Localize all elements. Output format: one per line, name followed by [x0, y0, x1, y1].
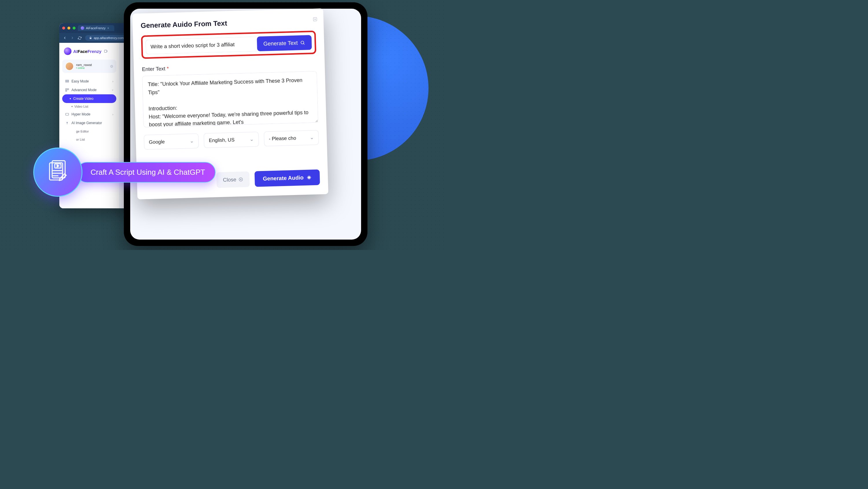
browser-tab[interactable]: AiFaceFrenzy × — [78, 25, 114, 31]
tab-close-icon[interactable]: × — [107, 26, 109, 30]
logo-orb-icon — [64, 48, 71, 55]
prompt-input[interactable] — [146, 36, 257, 54]
nav-video-list[interactable]: Video List — [62, 103, 116, 110]
prompt-highlight-box: Generate Text — [141, 31, 316, 59]
bullet-icon — [70, 98, 71, 99]
nav-hyper-mode[interactable]: Hyper Mode › — [62, 110, 116, 119]
hyper-icon — [65, 112, 69, 116]
tab-favicon — [81, 26, 84, 30]
tab-title: AiFaceFrenzy — [86, 26, 105, 30]
svg-rect-0 — [104, 50, 106, 52]
logo-text: AIFaceFrenzy — [73, 49, 101, 54]
modal-close-button[interactable] — [312, 17, 318, 23]
modal-title: Generate Auido From Text — [141, 17, 316, 30]
svg-rect-5 — [66, 91, 67, 91]
nav-back-icon[interactable] — [63, 36, 67, 40]
traffic-light-max[interactable] — [73, 27, 75, 30]
chevron-down-icon: ⌄ — [190, 138, 194, 144]
reload-icon[interactable] — [78, 36, 82, 40]
avatar — [65, 62, 74, 70]
svg-rect-2 — [66, 82, 69, 82]
script-document-icon — [45, 159, 71, 185]
easy-icon — [65, 79, 69, 83]
nav-image-editor[interactable]: ge Editor — [62, 127, 116, 135]
svg-rect-1 — [66, 80, 69, 81]
svg-rect-4 — [67, 89, 69, 90]
svg-rect-3 — [66, 89, 67, 90]
close-button[interactable]: Close — [216, 171, 250, 188]
promo-badge: Craft A Script Using AI & ChatGPT — [33, 148, 216, 197]
svg-point-10 — [301, 41, 304, 44]
language-select[interactable]: English, US ⌄ — [204, 132, 259, 148]
close-icon — [239, 177, 243, 182]
chevron-down-icon: ⌄ — [250, 136, 254, 142]
wand-icon — [65, 121, 69, 125]
user-status: • online — [76, 66, 107, 69]
nav-forward-icon[interactable] — [70, 36, 74, 40]
advanced-icon — [65, 88, 69, 92]
user-card[interactable]: ram_rawat • online ⚙ — [62, 60, 116, 73]
nav-create-video[interactable]: Create Video — [62, 94, 116, 103]
collapse-icon[interactable] — [104, 49, 108, 53]
badge-label: Craft A Script Using AI & ChatGPT — [77, 162, 216, 183]
gear-icon[interactable]: ⚙ — [110, 64, 114, 68]
provider-select[interactable]: Google ⌄ — [144, 133, 199, 150]
search-icon — [300, 40, 305, 45]
traffic-light-close[interactable] — [62, 27, 65, 30]
script-textarea[interactable] — [142, 71, 318, 128]
chevron-down-icon: ⌄ — [310, 134, 314, 141]
bullet-icon — [71, 106, 73, 107]
svg-rect-6 — [66, 114, 69, 116]
traffic-light-min[interactable] — [67, 27, 70, 30]
app-logo[interactable]: AIFaceFrenzy — [62, 46, 116, 60]
generate-text-button[interactable]: Generate Text — [257, 35, 312, 51]
badge-circle — [33, 148, 83, 197]
user-name: ram_rawat — [76, 63, 107, 66]
voice-select[interactable]: - Please cho ⌄ — [264, 130, 319, 146]
enter-text-label: Enter Text * — [142, 62, 316, 73]
close-icon — [312, 17, 318, 22]
chevron-right-icon: › — [112, 113, 114, 116]
sparkle-icon — [306, 175, 312, 180]
nav-editor-list[interactable]: or List — [62, 135, 116, 144]
generate-audio-button[interactable]: Generate Audio — [255, 169, 320, 187]
chevron-right-icon: › — [112, 80, 114, 83]
chevron-up-icon: › — [111, 89, 115, 91]
nav-advanced-mode[interactable]: Advanced Mode › — [62, 86, 116, 94]
nav-easy-mode[interactable]: Easy Mode › — [62, 77, 116, 86]
svg-rect-8 — [67, 123, 67, 124]
nav-ai-image-generator[interactable]: AI Image Generator — [62, 119, 116, 127]
svg-point-7 — [66, 122, 68, 123]
lock-icon — [89, 36, 92, 39]
